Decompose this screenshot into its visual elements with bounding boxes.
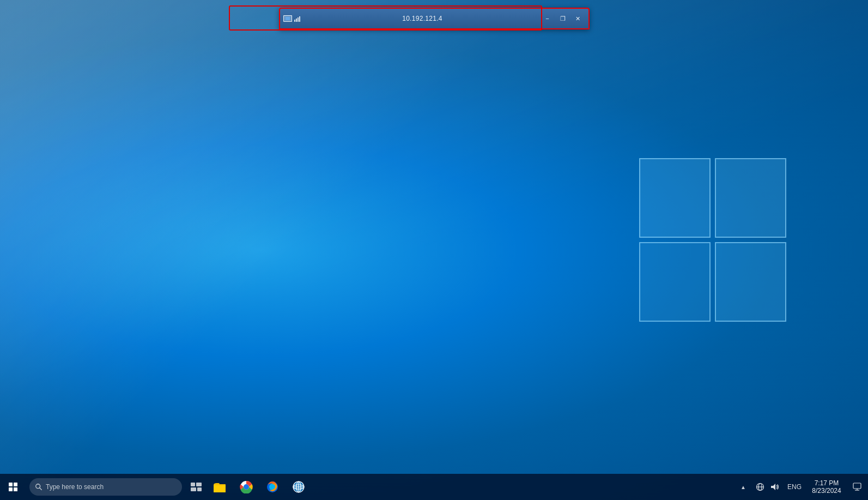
tray-language[interactable]: ENG bbox=[784, 476, 805, 498]
clock-date: 8/23/2024 bbox=[812, 487, 841, 495]
task-view-button[interactable] bbox=[185, 474, 207, 500]
tray-network-icon[interactable] bbox=[754, 476, 767, 498]
system-tray: ▲ bbox=[736, 474, 868, 500]
task-view-icon bbox=[191, 483, 202, 491]
svg-marker-21 bbox=[771, 484, 775, 490]
taskbar-app-file-explorer[interactable] bbox=[207, 474, 233, 500]
tray-volume-icon[interactable] bbox=[768, 476, 781, 498]
svg-rect-4 bbox=[191, 487, 196, 491]
clock[interactable]: 7:17 PM 8/23/2024 bbox=[805, 474, 848, 500]
globe-icon bbox=[756, 483, 764, 491]
rdp-controls: − ❐ ✕ bbox=[541, 13, 585, 24]
volume-icon bbox=[770, 483, 779, 491]
win-pane-4 bbox=[715, 242, 786, 322]
windows-logo bbox=[639, 158, 786, 322]
tray-show-hidden-button[interactable]: ▲ bbox=[736, 474, 750, 500]
taskbar: Type here to search bbox=[0, 474, 868, 500]
search-bar[interactable]: Type here to search bbox=[29, 478, 182, 496]
search-placeholder-text: Type here to search bbox=[46, 483, 104, 491]
notification-icon bbox=[853, 483, 861, 491]
clock-time: 7:17 PM bbox=[815, 479, 839, 487]
taskbar-pinned-apps bbox=[207, 474, 312, 500]
svg-rect-2 bbox=[191, 483, 195, 486]
start-button[interactable] bbox=[0, 474, 26, 500]
rdp-window[interactable]: 10.192.121.4 − ❐ ✕ bbox=[279, 8, 590, 29]
signal-bars-icon bbox=[294, 15, 300, 22]
svg-rect-5 bbox=[197, 487, 202, 491]
tray-icons bbox=[750, 476, 784, 498]
taskbar-app-network[interactable] bbox=[286, 474, 312, 500]
svg-rect-3 bbox=[196, 483, 202, 486]
file-explorer-icon bbox=[214, 481, 227, 493]
svg-line-1 bbox=[40, 488, 42, 490]
network-icon bbox=[292, 480, 305, 493]
rdp-close-button[interactable]: ✕ bbox=[571, 13, 585, 24]
rdp-minimize-button[interactable]: − bbox=[541, 13, 555, 24]
taskbar-app-chrome[interactable] bbox=[233, 474, 259, 500]
svg-rect-22 bbox=[853, 483, 861, 489]
desktop: 10.192.121.4 − ❐ ✕ Type here to search bbox=[0, 0, 868, 500]
chrome-icon bbox=[240, 480, 253, 493]
rdp-icon-area bbox=[283, 15, 300, 22]
monitor-icon bbox=[283, 15, 292, 22]
rdp-window-title: 10.192.121.4 bbox=[305, 15, 541, 22]
svg-point-9 bbox=[244, 484, 249, 490]
rdp-restore-button[interactable]: ❐ bbox=[556, 13, 570, 24]
notification-center-button[interactable] bbox=[848, 474, 866, 500]
firefox-icon bbox=[266, 480, 279, 493]
win-pane-2 bbox=[715, 158, 786, 238]
start-logo-icon bbox=[9, 483, 17, 491]
taskbar-app-firefox[interactable] bbox=[259, 474, 286, 500]
search-icon bbox=[35, 483, 43, 491]
win-pane-3 bbox=[639, 242, 711, 322]
svg-rect-7 bbox=[214, 485, 226, 492]
win-pane-1 bbox=[639, 158, 711, 238]
